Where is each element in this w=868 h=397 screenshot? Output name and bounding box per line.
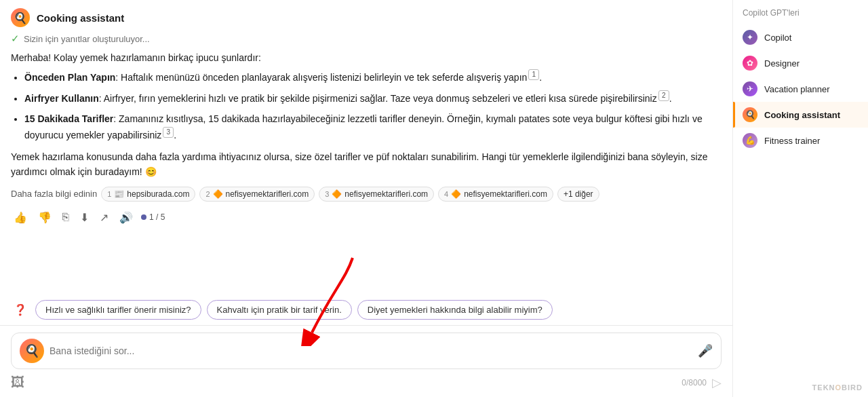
send-button[interactable]: ▷ bbox=[712, 375, 722, 390]
sidebar-item-vacation[interactable]: ✈ Vacation planner bbox=[733, 76, 868, 102]
dot-icon bbox=[141, 214, 146, 220]
sources-label: Daha fazla bilgi edinin bbox=[11, 189, 97, 199]
vacation-icon: ✈ bbox=[743, 81, 757, 96]
sidebar-label-fitness: Fitness trainer bbox=[764, 136, 820, 146]
bullet3-text: : Zamanınız kısıtlıysa, 15 dakikada hazı… bbox=[24, 113, 703, 140]
sidebar-item-designer[interactable]: ✿ Designer bbox=[733, 50, 868, 76]
char-count-text: 0/8000 bbox=[682, 378, 707, 387]
copilot-icon: ✦ bbox=[743, 30, 757, 45]
sup-2: 2 bbox=[658, 90, 669, 101]
action-bar: 👍 👎 ⎘ ⬇ ↗ 🔊 1 / 5 bbox=[11, 208, 722, 227]
input-footer: 🖼 0/8000 ▷ bbox=[11, 375, 722, 390]
message-body: Merhaba! Kolay yemek hazırlamanın birkaç… bbox=[11, 50, 722, 180]
chat-input[interactable] bbox=[50, 345, 698, 356]
source-1[interactable]: 1 📰 hepsiburada.com bbox=[101, 187, 195, 202]
status-line: ✓ Sizin için yanıtlar oluşturuluyor... bbox=[11, 33, 722, 45]
input-avatar: 🍳 bbox=[20, 339, 44, 363]
source-4[interactable]: 4 🔶 nefisyemektarifleri.com bbox=[438, 187, 553, 202]
check-icon: ✓ bbox=[11, 33, 20, 45]
page-indicator: 1 / 5 bbox=[141, 212, 165, 222]
share-button[interactable]: ↗ bbox=[97, 208, 111, 227]
bullet-2: Airfryer Kullanın: Airfryer, fırın yemek… bbox=[24, 90, 722, 106]
sidebar-label-designer: Designer bbox=[764, 58, 800, 69]
cooking-icon: 🍳 bbox=[743, 107, 757, 122]
designer-icon: ✿ bbox=[743, 56, 757, 71]
bullet2-text: : Airfryer, fırın yemeklerini hızlı ve p… bbox=[99, 93, 657, 104]
suggestions-row: ❓ Hızlı ve sağlıklı tarifler önerir misi… bbox=[0, 295, 732, 325]
thumbs-up-button[interactable]: 👍 bbox=[11, 208, 30, 227]
sidebar-label-vacation: Vacation planner bbox=[764, 84, 830, 94]
status-text: Sizin için yanıtlar oluşturuluyor... bbox=[24, 34, 150, 44]
more-sources[interactable]: +1 diğer bbox=[557, 187, 599, 202]
bullet-3: 15 Dakikada Tarifler: Zamanınız kısıtlıy… bbox=[24, 111, 722, 142]
source-2[interactable]: 2 🔶 nefisyemektarifleri.com bbox=[199, 187, 315, 202]
intro-text: Merhaba! Kolay yemek hazırlamanın birkaç… bbox=[11, 50, 722, 65]
sidebar-header: Copilot GPT'leri bbox=[733, 8, 868, 24]
bullet-1: Önceden Plan Yapın: Haftalık menünüzü ön… bbox=[24, 69, 722, 85]
speaker-button[interactable]: 🔊 bbox=[117, 208, 136, 227]
bullet3-bold: 15 Dakikada Tarifler bbox=[24, 113, 113, 124]
copy-button[interactable]: ⎘ bbox=[60, 208, 72, 226]
suggestion-chip-2[interactable]: Diyet yemekleri hakkında bilgi alabilir … bbox=[357, 300, 553, 320]
char-count-area: 0/8000 ▷ bbox=[682, 375, 722, 390]
download-button[interactable]: ⬇ bbox=[77, 208, 92, 227]
thumbs-down-button[interactable]: 👎 bbox=[35, 208, 54, 227]
page-count: 1 / 5 bbox=[149, 212, 165, 222]
sidebar-item-copilot[interactable]: ✦ Copilot bbox=[733, 24, 868, 50]
chat-avatar: 🍳 bbox=[11, 8, 30, 27]
attach-button[interactable]: 🖼 bbox=[11, 375, 24, 390]
mic-button[interactable]: 🎤 bbox=[698, 343, 713, 358]
sidebar-label-cooking: Cooking assistant bbox=[764, 110, 840, 120]
sidebar: Copilot GPT'leri ✦ Copilot ✿ Designer ✈ … bbox=[732, 0, 868, 397]
chat-title: Cooking assistant bbox=[37, 12, 124, 24]
sidebar-item-fitness[interactable]: 💪 Fitness trainer bbox=[733, 128, 868, 153]
input-area: 🍳 🎤 🖼 0/8000 ▷ bbox=[0, 325, 732, 397]
bullet1-text: : Haftalık menünüzü önceden planlayarak … bbox=[115, 72, 527, 83]
sidebar-label-copilot: Copilot bbox=[764, 33, 791, 43]
input-box: 🍳 🎤 bbox=[11, 333, 722, 369]
suggestion-chip-0[interactable]: Hızlı ve sağlıklı tarifler önerir misini… bbox=[35, 300, 201, 320]
sidebar-item-cooking[interactable]: 🍳 Cooking assistant bbox=[733, 102, 868, 128]
sup-3: 3 bbox=[163, 127, 174, 138]
fitness-icon: 💪 bbox=[743, 133, 757, 148]
chat-content: ✓ Sizin için yanıtlar oluşturuluyor... M… bbox=[0, 33, 732, 295]
chat-header: 🍳 Cooking assistant bbox=[0, 0, 732, 33]
bullet2-bold: Airfryer Kullanın bbox=[24, 93, 99, 104]
suggestions-icon-button[interactable]: ❓ bbox=[11, 301, 30, 319]
bullet-list: Önceden Plan Yapın: Haftalık menünüzü ön… bbox=[11, 69, 722, 143]
sup-1: 1 bbox=[528, 69, 539, 80]
source-3[interactable]: 3 🔶 nefisyemektarifleri.com bbox=[319, 187, 434, 202]
suggestion-chip-1[interactable]: Kahvaltı için pratik bir tarif verin. bbox=[207, 300, 352, 320]
sources-row: Daha fazla bilgi edinin 1 📰 hepsiburada.… bbox=[11, 187, 722, 202]
bullet1-bold: Önceden Plan Yapın bbox=[24, 72, 115, 83]
outro-text: Yemek hazırlama konusunda daha fazla yar… bbox=[11, 149, 722, 180]
